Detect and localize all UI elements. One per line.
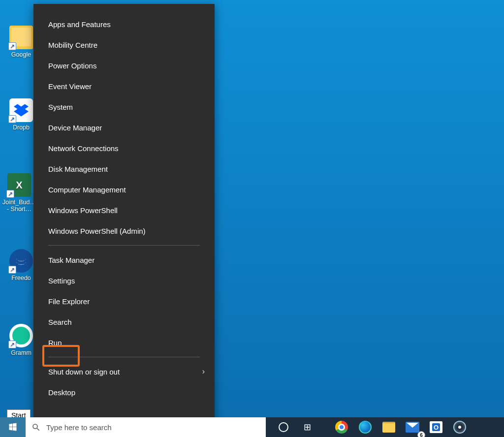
taskbar-file-explorer[interactable] <box>378 417 400 437</box>
menu-separator <box>48 245 200 246</box>
menu-item-device-manager[interactable]: Device Manager <box>33 117 215 138</box>
folder-icon <box>382 422 395 433</box>
taskbar-app-ring[interactable] <box>449 417 471 437</box>
taskbar-search[interactable]: Type here to search <box>26 417 266 437</box>
menu-item-run[interactable]: Run <box>33 332 215 353</box>
ring-icon <box>453 421 466 434</box>
menu-item-apps-and-features[interactable]: Apps and Features <box>33 14 215 34</box>
menu-item-file-explorer[interactable]: File Explorer <box>33 291 215 312</box>
taskbar-chrome[interactable] <box>331 417 352 437</box>
menu-item-computer-management[interactable]: Computer Management <box>33 179 215 200</box>
power-user-menu: Apps and Features Mobility Centre Power … <box>33 4 215 426</box>
taskbar-mail[interactable]: 6 <box>402 417 423 437</box>
menu-item-system[interactable]: System <box>33 96 215 117</box>
menu-item-desktop[interactable]: Desktop <box>33 382 215 403</box>
svg-line-1 <box>37 428 39 431</box>
menu-item-windows-powershell-admin[interactable]: Windows PowerShell (Admin) <box>33 220 215 241</box>
menu-item-windows-powershell[interactable]: Windows PowerShell <box>33 200 215 220</box>
outlook-icon: O <box>430 421 442 433</box>
shortcut-arrow-icon: ↗ <box>6 190 14 198</box>
taskbar-outlook[interactable]: O <box>425 417 447 437</box>
search-placeholder: Type here to search <box>46 423 112 432</box>
task-view-button[interactable]: ⊞ <box>296 417 318 437</box>
menu-item-settings[interactable]: Settings <box>33 270 215 291</box>
cortana-button[interactable] <box>273 417 294 437</box>
task-view-icon: ⊞ <box>304 422 311 433</box>
mail-icon <box>406 422 419 433</box>
mail-badge: 6 <box>417 431 425 437</box>
chrome-icon <box>335 421 348 434</box>
taskbar-edge[interactable] <box>354 417 376 437</box>
menu-item-network-connections[interactable]: Network Connections <box>33 138 215 158</box>
shortcut-arrow-icon: ↗ <box>8 42 16 50</box>
start-button[interactable] <box>0 417 26 437</box>
desktop-icon-label: Joint_Bud… - Short… <box>2 199 36 213</box>
search-icon <box>26 423 46 432</box>
shortcut-arrow-icon: ↗ <box>8 341 16 348</box>
taskbar: Type here to search ⊞ 6 O <box>0 417 504 437</box>
menu-item-task-manager[interactable]: Task Manager <box>33 250 215 270</box>
svg-point-0 <box>33 424 37 429</box>
menu-separator <box>48 357 200 357</box>
menu-item-search[interactable]: Search <box>33 312 215 332</box>
cortana-icon <box>279 422 288 432</box>
menu-item-event-viewer[interactable]: Event Viewer <box>33 76 215 96</box>
menu-item-shutdown-signout[interactable]: Shut down or sign out › <box>33 361 215 382</box>
windows-logo-icon <box>8 422 18 432</box>
menu-item-disk-management[interactable]: Disk Management <box>33 158 215 179</box>
menu-item-power-options[interactable]: Power Options <box>33 55 215 76</box>
chevron-right-icon: › <box>202 367 205 376</box>
menu-item-mobility-centre[interactable]: Mobility Centre <box>33 34 215 55</box>
menu-item-label: Shut down or sign out <box>48 368 120 376</box>
desktop-icon-excel[interactable]: X↗ Joint_Bud… - Short… <box>2 173 36 213</box>
shortcut-arrow-icon: ↗ <box>8 266 16 274</box>
edge-icon <box>359 421 372 434</box>
shortcut-arrow-icon: ↗ <box>8 115 16 123</box>
